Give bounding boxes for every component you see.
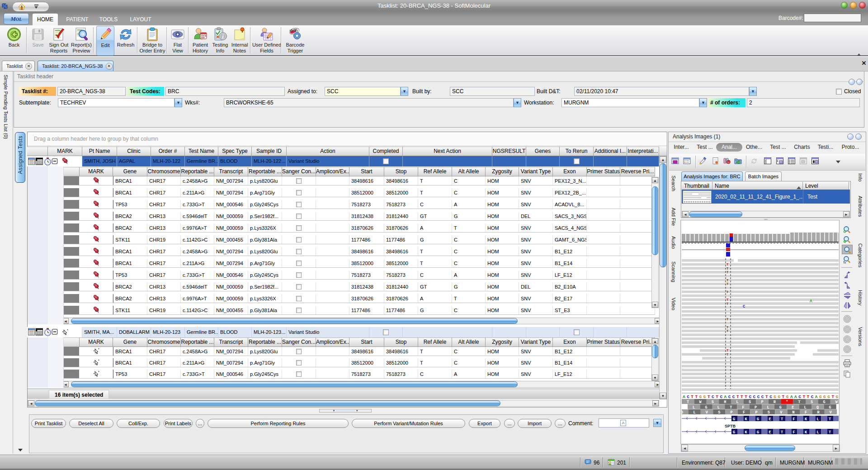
svg-text:T: T xyxy=(726,267,729,271)
svg-text:A: A xyxy=(724,394,727,399)
svg-text:F: F xyxy=(793,417,795,422)
svg-text:T: T xyxy=(726,318,729,321)
svg-text:S: S xyxy=(749,400,751,404)
svg-text:A: A xyxy=(683,394,685,399)
svg-text:A: A xyxy=(815,394,818,399)
svg-text:L: L xyxy=(817,417,819,422)
svg-text:T: T xyxy=(726,271,729,274)
svg-text:E: E xyxy=(769,417,771,422)
svg-text:G: G xyxy=(703,394,706,399)
svg-text:G: G xyxy=(819,394,822,399)
svg-text:C: C xyxy=(687,394,689,399)
svg-text:R: R xyxy=(774,400,776,404)
svg-text:Q: Q xyxy=(816,405,819,410)
svg-text:G: G xyxy=(823,400,825,404)
svg-text:T: T xyxy=(730,405,732,410)
svg-text:T: T xyxy=(726,279,729,282)
svg-text:R: R xyxy=(817,410,820,415)
svg-text:A: A xyxy=(810,299,812,304)
svg-text:T: T xyxy=(741,394,743,399)
svg-text:T: T xyxy=(802,394,805,399)
svg-text:G: G xyxy=(757,417,759,422)
svg-text:G: G xyxy=(829,405,831,410)
svg-text:L: L xyxy=(717,405,720,410)
svg-text:V: V xyxy=(780,410,783,415)
svg-text:S: S xyxy=(712,400,714,404)
svg-text:T: T xyxy=(736,394,739,399)
svg-text:T: T xyxy=(726,353,729,356)
svg-text:G: G xyxy=(733,417,735,422)
svg-text:K: K xyxy=(745,430,748,435)
svg-text:F: F xyxy=(742,405,745,410)
svg-text:C: C xyxy=(811,394,814,399)
svg-text:C: C xyxy=(757,394,760,399)
svg-text:G: G xyxy=(779,405,782,410)
svg-text:N: N xyxy=(793,410,795,415)
svg-text:T: T xyxy=(716,394,718,399)
svg-text:T: T xyxy=(798,400,801,404)
svg-text:C: C xyxy=(712,394,714,399)
svg-text:G: G xyxy=(823,394,826,399)
svg-text:T: T xyxy=(781,430,783,435)
svg-text:K: K xyxy=(805,417,807,422)
svg-text:C: C xyxy=(728,394,731,399)
svg-text:T: T xyxy=(726,302,729,306)
svg-text:A: A xyxy=(794,394,797,399)
svg-text:C: C xyxy=(761,394,764,399)
svg-text:S: S xyxy=(768,410,770,415)
svg-text:T: T xyxy=(726,326,729,329)
svg-text:K: K xyxy=(805,430,807,435)
svg-text:T: T xyxy=(691,394,693,399)
svg-text:V: V xyxy=(830,410,832,415)
svg-text:E: E xyxy=(769,430,771,435)
svg-text:L: L xyxy=(817,430,819,435)
svg-text:T: T xyxy=(782,394,785,399)
svg-text:L: L xyxy=(693,405,695,410)
svg-text:V: V xyxy=(706,410,708,415)
svg-text:F: F xyxy=(805,410,807,415)
svg-text:*: * xyxy=(786,400,788,404)
svg-text:F: F xyxy=(793,430,795,435)
svg-text:L: L xyxy=(804,405,807,410)
svg-text:T: T xyxy=(687,400,689,404)
svg-text:A: A xyxy=(790,394,793,399)
svg-text:K: K xyxy=(745,417,748,422)
svg-text:T: T xyxy=(708,394,710,399)
svg-text:T: T xyxy=(726,282,729,286)
svg-text:P: P xyxy=(755,410,757,415)
svg-text:G: G xyxy=(778,394,781,399)
svg-text:S: S xyxy=(718,410,720,415)
svg-text:T: T xyxy=(726,298,729,302)
svg-text:W: W xyxy=(699,400,702,404)
svg-text:H: H xyxy=(724,400,726,404)
svg-text:P: P xyxy=(755,405,757,410)
svg-text:F: F xyxy=(743,410,745,415)
svg-text:T: T xyxy=(726,290,729,294)
svg-text:G: G xyxy=(757,430,759,435)
svg-text:T: T xyxy=(781,417,783,422)
svg-text:E: E xyxy=(792,405,794,410)
svg-text:C: C xyxy=(769,394,772,399)
svg-text:T: T xyxy=(829,430,831,435)
svg-text:G: G xyxy=(827,394,830,399)
svg-text:G: G xyxy=(699,394,702,399)
svg-text:L: L xyxy=(736,400,739,404)
svg-text:T: T xyxy=(807,394,810,399)
svg-text:D: D xyxy=(682,410,683,415)
svg-text:T: T xyxy=(831,394,834,399)
svg-text:S: S xyxy=(811,400,813,404)
svg-text:G: G xyxy=(786,394,789,399)
svg-text:C: C xyxy=(798,394,801,399)
svg-text:T: T xyxy=(726,349,729,352)
svg-text:G: G xyxy=(705,405,707,410)
svg-text:C: C xyxy=(732,394,735,399)
svg-text:C: C xyxy=(753,394,756,399)
svg-text:C: C xyxy=(743,304,745,309)
svg-text:T: T xyxy=(765,394,768,399)
svg-text:L: L xyxy=(693,410,695,415)
svg-text:G: G xyxy=(836,394,839,399)
svg-text:T: T xyxy=(829,417,831,422)
svg-text:P: P xyxy=(761,400,763,404)
svg-text:T: T xyxy=(726,329,729,333)
svg-text:L: L xyxy=(767,405,769,410)
